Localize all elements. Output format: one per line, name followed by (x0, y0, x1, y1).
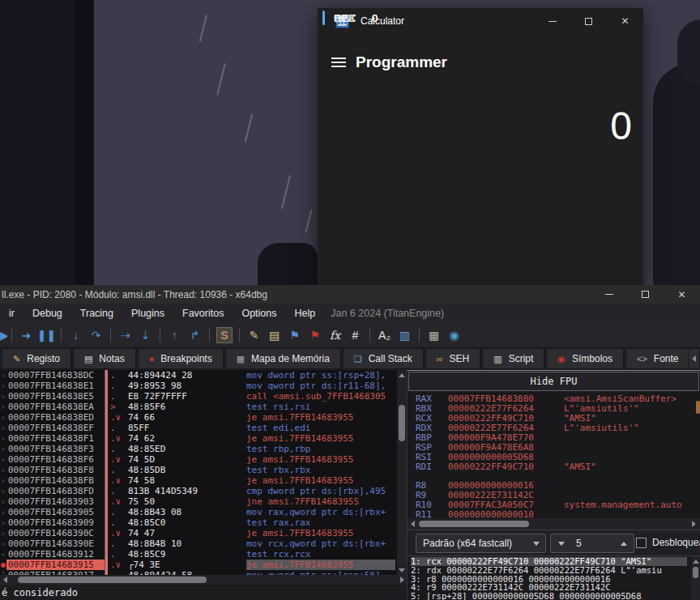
spinner-up-icon[interactable] (621, 542, 627, 546)
disasm-row[interactable]: 00007FFB14683915 .∨ ┌74 3E je amsi.7FFB1… (0, 560, 407, 570)
toolbar-separator[interactable] (365, 326, 374, 344)
tab-simbolos[interactable]: ◉ Símbolos (546, 348, 624, 369)
menu-item[interactable]: Help (286, 308, 325, 319)
spinner-down-icon[interactable] (558, 542, 565, 546)
scroll-right-arrow[interactable] (397, 575, 407, 585)
x64dbg-titlebar[interactable]: ll.exe - PID: 2080 - Módulo: amsi.dll - … (0, 285, 700, 304)
menu-item[interactable]: ir (0, 308, 23, 319)
breakpoint-dot-icon[interactable] (0, 381, 6, 391)
toolbar-separator[interactable] (106, 326, 115, 344)
breakpoint-dot-icon[interactable] (0, 465, 6, 475)
menu-item[interactable]: Debug (23, 308, 71, 319)
run-to-user-code-icon[interactable]: ⇢ (115, 326, 135, 344)
tab-script[interactable]: ▥ Script (482, 348, 544, 369)
scroll-up-arrow[interactable] (691, 556, 700, 566)
patch-pencil-icon[interactable]: ✎ (244, 326, 264, 344)
breakpoint-dot-icon[interactable] (0, 423, 6, 433)
tab-fonte[interactable]: <> Fonte (625, 348, 690, 369)
breakpoint-dot-icon[interactable] (0, 412, 6, 423)
toolbar-separator[interactable] (156, 326, 164, 344)
breakpoint-dot-icon[interactable] (0, 486, 6, 496)
menu-item[interactable]: Plugins (122, 308, 173, 319)
calculator-icon[interactable]: ▦ (424, 326, 444, 344)
breakpoint-dot-icon[interactable] (0, 391, 6, 402)
hash-icon[interactable]: # (345, 326, 365, 344)
scrollbar-thumb[interactable] (419, 521, 529, 527)
tab-call-stack[interactable]: ❏ Call Stack (343, 348, 424, 369)
preferences-icon[interactable]: ▥ (395, 326, 415, 344)
step-out-icon[interactable]: ↑ (164, 326, 185, 344)
step-into-icon[interactable]: ↓ (66, 326, 86, 344)
unlock-checkbox[interactable] (636, 538, 647, 548)
disasm-row[interactable]: 00007FFB146838DC . 44:894424 28 mov dwor… (0, 370, 407, 381)
disasm-horizontal-scrollbar[interactable] (0, 575, 407, 585)
disasm-row[interactable]: 00007FFB1468390E . 48:8B4B 10 mov rcx,qw… (0, 538, 407, 549)
font-size-icon[interactable]: A₂ (374, 326, 395, 344)
arguments-scrollbar[interactable] (691, 556, 700, 600)
disasm-row[interactable]: 00007FFB146838EF . 85FF test edi,edi (0, 423, 407, 433)
disasm-row[interactable]: 00007FFB1468390C .∨ 74 47 je amsi.7FFB14… (0, 528, 407, 538)
disasm-vertical-scrollbar[interactable] (397, 370, 407, 575)
breakpoint-dot-icon[interactable] (0, 496, 6, 507)
tab-mapa-de-memoria[interactable]: ▦ Mapa de Memória (225, 348, 341, 369)
clipped-icon[interactable]: ▶ (0, 326, 7, 344)
tab-registo[interactable]: ✎ Registo (2, 348, 71, 369)
tab-notas[interactable]: ▤ Notas (73, 348, 136, 369)
disasm-row[interactable]: 00007FFB14683903 .∨ 75 50 jne amsi.7FFB1… (0, 496, 407, 507)
breakpoint-dot-icon[interactable] (0, 370, 6, 381)
disasm-row[interactable]: 00007FFB146838E5 . E8 72F7FFFF call <ams… (0, 391, 407, 402)
menu-item[interactable]: Tracing (71, 308, 122, 319)
radix-row[interactable]: BIN 0 (318, 8, 643, 28)
hide-fpu-button[interactable]: Hide FPU (408, 372, 699, 391)
scrollbar-thumb[interactable] (693, 567, 698, 578)
execute-till-return-icon[interactable]: ↱ (185, 326, 205, 344)
scroll-left-arrow[interactable] (408, 519, 417, 529)
globe-icon[interactable]: ◉ (444, 326, 464, 344)
scroll-down-arrow[interactable] (397, 565, 407, 575)
argument-row[interactable]: 5: [rsp+28] 0000000000005D68 00000000000… (411, 592, 700, 600)
disasm-row[interactable]: 00007FFB14683909 . 48:85C0 test rax,rax (0, 517, 407, 528)
disasm-row[interactable]: 00007FFB146838EA > 48:85F6 test rsi,rsi (0, 402, 407, 412)
pause-icon[interactable]: ❚❚ (36, 326, 57, 344)
breakpoint-dot-icon[interactable] (0, 507, 6, 517)
breakpoint-dot-icon[interactable] (0, 560, 6, 570)
menu-item[interactable]: Options (233, 308, 285, 319)
step-over-icon[interactable]: ↷ (86, 326, 106, 344)
disasm-row[interactable]: 00007FFB146838FB .∨ 74 58 je amsi.7FFB14… (0, 475, 407, 486)
disasm-row[interactable]: 00007FFB146838FD . 813B 414D5349 cmp dwo… (0, 486, 407, 496)
hamburger-menu-icon[interactable] (331, 57, 346, 67)
scrollbar-thumb[interactable] (18, 577, 207, 583)
breakpoint-dot-icon[interactable] (0, 444, 6, 454)
seatbelt-icon[interactable]: S (216, 327, 233, 343)
registers-horizontal-scrollbar[interactable] (408, 518, 700, 530)
disasm-row[interactable]: 00007FFB146838F6 .∨ 74 5D je amsi.7FFB14… (0, 454, 407, 465)
toolbar-separator[interactable] (415, 326, 424, 344)
disasm-row[interactable]: 00007FFB14683912 . 48:85C9 test rcx,rcx (0, 549, 407, 560)
disasm-row[interactable]: 00007FFB146838F3 . 48:85ED test rbp,rbp (0, 444, 407, 454)
calling-convention-dropdown[interactable]: Padrão (x64 fastcall) (416, 534, 546, 553)
disasm-row[interactable]: 00007FFB146838E1 . 49:8953 98 mov qword … (0, 381, 407, 391)
breakpoint-dot-icon[interactable] (0, 402, 6, 412)
x64dbg-close-button[interactable]: ✕ (664, 285, 700, 304)
menu-item[interactable]: Favoritos (173, 308, 233, 319)
breakpoint-dot-icon[interactable] (0, 454, 6, 465)
breakpoint-dot-icon[interactable] (0, 475, 6, 486)
breakpoint-dot-icon[interactable] (0, 549, 6, 560)
registers-scrollbar-thumb[interactable] (696, 401, 700, 414)
argument-count-spinner[interactable]: 5 (550, 534, 634, 553)
labels-icon[interactable]: ⚑ (284, 326, 305, 344)
toolbar-separator[interactable] (57, 326, 66, 344)
disasm-row[interactable]: 00007FFB146838F8 . 48:85DB test rbx,rbx (0, 465, 407, 475)
bookmarks-icon[interactable]: ⚑ (305, 326, 325, 344)
run-icon[interactable]: ➜ (16, 326, 36, 344)
disasm-row[interactable]: 00007FFB146838ED .∨ 74 66 je amsi.7FFB14… (0, 412, 407, 423)
breakpoint-dot-icon[interactable] (0, 517, 6, 528)
register-row[interactable]: R11 0000000000000010 (408, 510, 700, 518)
comments-icon[interactable]: ▤ (264, 326, 284, 344)
register-row[interactable]: RDI 00000222FF49C710 "AMSI" (408, 462, 700, 472)
breakpoint-dot-icon[interactable] (0, 538, 6, 549)
scroll-left-arrow[interactable] (0, 575, 10, 585)
tab-scroll-left-button[interactable] (688, 348, 700, 369)
scroll-up-arrow[interactable] (397, 370, 407, 380)
step-into-source-icon[interactable]: ⇣ (135, 326, 156, 344)
